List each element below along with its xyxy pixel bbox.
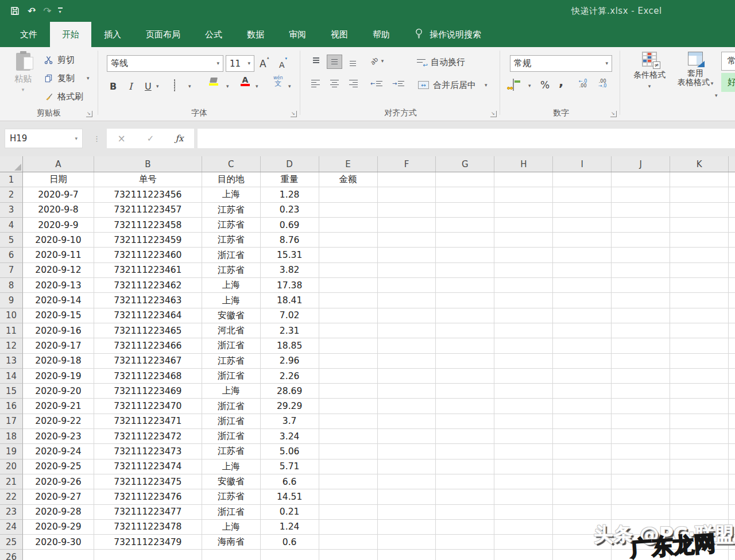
cell-B11[interactable]: 732111223465 [94, 323, 202, 338]
cell-H12[interactable] [494, 338, 553, 353]
cell-C14[interactable]: 浙江省 [202, 369, 261, 384]
cell-G20[interactable] [436, 459, 494, 474]
cell-C12[interactable]: 浙江省 [202, 338, 261, 353]
cell-A8[interactable]: 2020-9-13 [23, 278, 94, 293]
cell-A25[interactable]: 2020-9-30 [23, 535, 94, 550]
cell-K15[interactable] [670, 384, 729, 399]
cell-J11[interactable] [612, 323, 670, 338]
cell-J15[interactable] [612, 384, 670, 399]
cell-G4[interactable] [436, 218, 494, 233]
cell-A4[interactable]: 2020-9-9 [23, 218, 94, 233]
cell-H1[interactable] [494, 172, 553, 187]
cell-F10[interactable] [378, 308, 436, 323]
cell-J4[interactable] [612, 218, 670, 233]
cell-G15[interactable] [436, 384, 494, 399]
cell-E22[interactable] [319, 489, 378, 504]
cell-H19[interactable] [494, 444, 553, 459]
cell-A15[interactable]: 2020-9-20 [23, 384, 94, 399]
cell-H3[interactable] [494, 203, 553, 218]
cell-C1[interactable]: 目的地 [202, 172, 261, 187]
cell-C21[interactable]: 安徽省 [202, 474, 261, 489]
cell-A3[interactable]: 2020-9-8 [23, 203, 94, 218]
cell-B2[interactable]: 732111223456 [94, 187, 202, 202]
cell-E12[interactable] [319, 338, 378, 353]
cell-H21[interactable] [494, 474, 553, 489]
cell-K1[interactable] [670, 172, 729, 187]
column-header-E[interactable]: E [319, 156, 378, 172]
cell-B4[interactable]: 732111223458 [94, 218, 202, 233]
cell-D25[interactable]: 0.6 [261, 535, 319, 550]
cell-A14[interactable]: 2020-9-19 [23, 369, 94, 384]
cell-F26[interactable] [378, 550, 436, 560]
cell-D16[interactable]: 29.29 [261, 399, 319, 414]
cell-D17[interactable]: 3.7 [261, 414, 319, 429]
cell-K23[interactable] [670, 505, 729, 520]
cell-D1[interactable]: 重量 [261, 172, 319, 187]
cell-K2[interactable] [670, 187, 729, 202]
row-header-18[interactable]: 18 [0, 429, 23, 444]
cell-I10[interactable] [553, 308, 612, 323]
cell-C8[interactable]: 上海 [202, 278, 261, 293]
cell-K4[interactable] [670, 218, 729, 233]
tab-formulas[interactable]: 公式 [193, 22, 234, 47]
cell-F15[interactable] [378, 384, 436, 399]
row-header-22[interactable]: 22 [0, 489, 23, 504]
row-header-15[interactable]: 15 [0, 384, 23, 399]
row-header-8[interactable]: 8 [0, 278, 23, 293]
cell-A23[interactable]: 2020-9-28 [23, 505, 94, 520]
cell-F23[interactable] [378, 505, 436, 520]
cell-H6[interactable] [494, 248, 553, 262]
cell-F18[interactable] [378, 429, 436, 444]
cell-H13[interactable] [494, 354, 553, 369]
cell-style-good[interactable]: 好 [721, 73, 735, 92]
cell-I19[interactable] [553, 444, 612, 459]
cell-G23[interactable] [436, 505, 494, 520]
column-header-I[interactable]: I [553, 156, 612, 172]
cell-E7[interactable] [319, 263, 378, 278]
cell-B17[interactable]: 732111223471 [94, 414, 202, 429]
row-header-2[interactable]: 2 [0, 187, 23, 202]
cell-D19[interactable]: 5.06 [261, 444, 319, 459]
customize-qat-icon[interactable]: ▾ [58, 7, 63, 14]
cell-H15[interactable] [494, 384, 553, 399]
cell-E5[interactable] [319, 233, 378, 248]
cell-H16[interactable] [494, 399, 553, 414]
cell-A2[interactable]: 2020-9-7 [23, 187, 94, 202]
cell-G19[interactable] [436, 444, 494, 459]
cell-E8[interactable] [319, 278, 378, 293]
cell-H22[interactable] [494, 489, 553, 504]
row-header-13[interactable]: 13 [0, 354, 23, 369]
row-header-20[interactable]: 20 [0, 459, 23, 474]
cell-D2[interactable]: 1.28 [261, 187, 319, 202]
row-header-24[interactable]: 24 [0, 520, 23, 535]
cell-D18[interactable]: 3.24 [261, 429, 319, 444]
cell-H5[interactable] [494, 233, 553, 248]
cell-G1[interactable] [436, 172, 494, 187]
cell-C26[interactable] [202, 550, 261, 560]
tab-view[interactable]: 视图 [319, 22, 360, 47]
cell-G25[interactable] [436, 535, 494, 550]
row-header-7[interactable]: 7 [0, 263, 23, 278]
cell-G9[interactable] [436, 293, 494, 308]
cell-K22[interactable] [670, 489, 729, 504]
cell-E1[interactable]: 金额 [319, 172, 378, 187]
cell-I7[interactable] [553, 263, 612, 278]
cell-K8[interactable] [670, 278, 729, 293]
cell-F11[interactable] [378, 323, 436, 338]
cell-B26[interactable] [94, 550, 202, 560]
name-box-dropdown-icon[interactable]: ▾ [75, 136, 78, 141]
cell-K21[interactable] [670, 474, 729, 489]
cell-J23[interactable] [612, 505, 670, 520]
cell-A11[interactable]: 2020-9-16 [23, 323, 94, 338]
save-icon[interactable] [10, 6, 20, 16]
cell-G24[interactable] [436, 520, 494, 535]
tab-help[interactable]: 帮助 [361, 22, 402, 47]
cell-J22[interactable] [612, 489, 670, 504]
cell-I16[interactable] [553, 399, 612, 414]
cell-J16[interactable] [612, 399, 670, 414]
cell-E6[interactable] [319, 248, 378, 262]
cell-B16[interactable]: 732111223470 [94, 399, 202, 414]
cell-A10[interactable]: 2020-9-15 [23, 308, 94, 323]
row-header-26[interactable]: 26 [0, 550, 23, 560]
cell-D4[interactable]: 0.69 [261, 218, 319, 233]
